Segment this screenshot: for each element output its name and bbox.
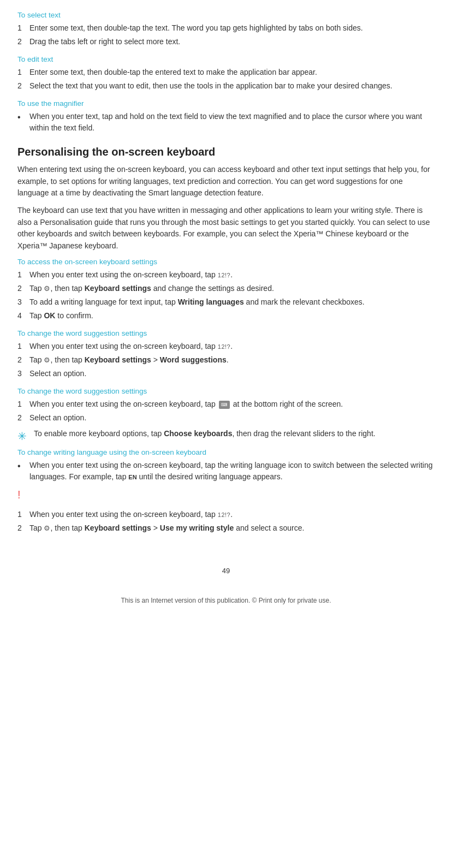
list-item: 2Select the text that you want to edit, … <box>17 80 435 92</box>
heading-change-writing-lang: To change writing language using the on-… <box>17 448 435 456</box>
section-edit-text: To edit text 1Enter some text, then doub… <box>17 55 435 92</box>
personalising-paragraph-2: The keyboard can use text that you have … <box>17 205 435 252</box>
list-item: 1 When you enter text using the on-scree… <box>17 509 435 520</box>
list-writing-style: 1 When you enter text using the on-scree… <box>17 509 435 534</box>
heading-edit-text: To edit text <box>17 55 435 63</box>
heading-select-text: To select text <box>17 11 435 19</box>
heading-word-suggestion: To change the word suggestion settings <box>17 329 435 337</box>
list-item: • When you enter text using the on-scree… <box>17 460 435 483</box>
list-item: 1 When you enter text using the on-scree… <box>17 341 435 352</box>
gear-icon: ⚙ <box>44 523 50 534</box>
list-change-writing-lang: • When you enter text using the on-scree… <box>17 460 435 483</box>
section-access-keyboard: To access the on-screen keyboard setting… <box>17 258 435 322</box>
page-content: To select text 1Enter some text, then do… <box>17 11 435 604</box>
list-item: 2Drag the tabs left or right to select m… <box>17 36 435 47</box>
keyboard-icon: ⌨ <box>219 401 230 409</box>
list-edit-text: 1Enter some text, then double-tap the en… <box>17 67 435 92</box>
gear-icon: ⚙ <box>44 355 50 366</box>
list-item: 3 To add a writing language for text inp… <box>17 296 435 308</box>
footer: 49 This is an Internet version of this p… <box>17 567 435 604</box>
footer-note: This is an Internet version of this publ… <box>17 597 435 604</box>
list-item: 2 Tap ⚙, then tap Keyboard settings > Wo… <box>17 354 435 366</box>
warning-box: ! <box>17 488 435 501</box>
heading-magnifier: To use the magnifier <box>17 99 435 108</box>
list-access-keyboard: 1 When you enter text using the on-scree… <box>17 269 435 322</box>
list-item: 2 Tap ⚙, then tap Keyboard settings > Us… <box>17 522 435 534</box>
list-item: 1Enter some text, then double-tap the te… <box>17 22 435 34</box>
section-personalising: Personalising the on-screen keyboard Whe… <box>17 146 435 252</box>
list-item: 1Enter some text, then double-tap the en… <box>17 67 435 78</box>
warning-icon: ! <box>17 489 29 501</box>
heading-personalising: Personalising the on-screen keyboard <box>17 146 435 158</box>
tip-icon: ✳ <box>17 430 29 443</box>
section-word-suggestion: To change the word suggestion settings 1… <box>17 329 435 379</box>
list-item: 4 Tap OK to confirm. <box>17 310 435 322</box>
page-number: 49 <box>17 567 435 575</box>
section-select-text: To select text 1Enter some text, then do… <box>17 11 435 47</box>
personalising-paragraph-1: When entering text using the on-screen k… <box>17 164 435 199</box>
list-item: 2 Tap ⚙, then tap Keyboard settings and … <box>17 283 435 294</box>
gear-icon: ⚙ <box>44 283 50 294</box>
list-item: 1 When you enter text using the on-scree… <box>17 399 435 410</box>
tip-box: ✳ To enable more keyboard options, tap C… <box>17 429 435 443</box>
section-change-writing-lang: To change writing language using the on-… <box>17 448 435 483</box>
list-item: 3 Select an option. <box>17 368 435 379</box>
list-item: 1 When you enter text using the on-scree… <box>17 269 435 281</box>
section-magnifier: To use the magnifier •When you enter tex… <box>17 99 435 134</box>
list-word-suggestion: 1 When you enter text using the on-scree… <box>17 341 435 379</box>
tip-text: To enable more keyboard options, tap Cho… <box>34 429 376 438</box>
list-item: •When you enter text, tap and hold on th… <box>17 111 435 134</box>
list-magnifier: •When you enter text, tap and hold on th… <box>17 111 435 134</box>
section-writing-style: 1 When you enter text using the on-scree… <box>17 509 435 534</box>
heading-access-keyboard: To access the on-screen keyboard setting… <box>17 258 435 266</box>
section-select-keyboard: To change the word suggestion settings 1… <box>17 387 435 424</box>
list-item: 2 Select an option. <box>17 412 435 424</box>
list-select-keyboard: 1 When you enter text using the on-scree… <box>17 399 435 424</box>
list-select-text: 1Enter some text, then double-tap the te… <box>17 22 435 47</box>
heading-select-keyboard: To change the word suggestion settings <box>17 387 435 395</box>
